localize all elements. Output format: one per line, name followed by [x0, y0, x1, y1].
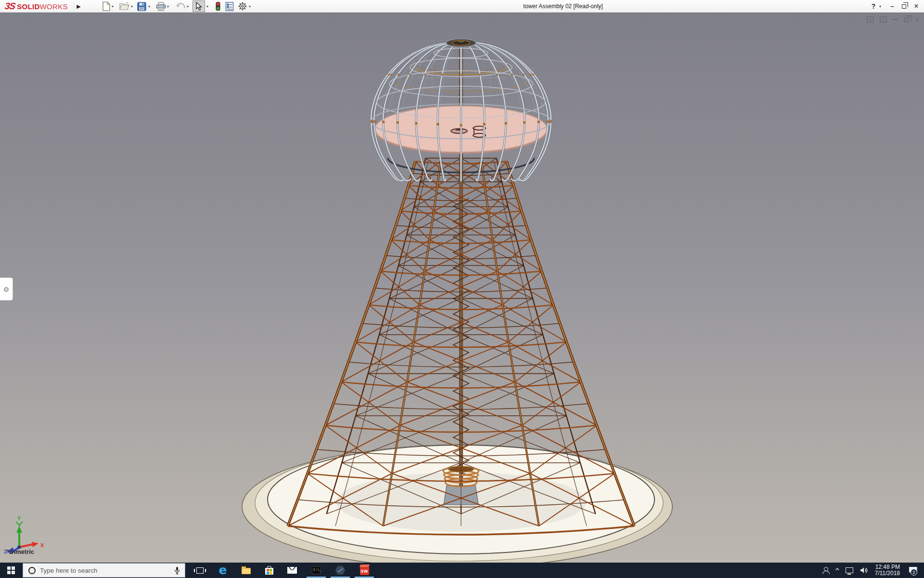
file-properties-button[interactable]	[223, 0, 236, 12]
help-button[interactable]: ?	[869, 0, 878, 13]
task-view-button[interactable]	[189, 563, 211, 578]
rebuild-traffic-light-icon	[215, 1, 221, 11]
help-dropdown[interactable]: ▾	[879, 4, 881, 9]
speaker-icon	[860, 567, 868, 574]
taskbar-hexagon-app-button[interactable]	[329, 563, 351, 578]
rebuild-button[interactable]	[212, 0, 224, 12]
command-prompt-icon: C:\_	[312, 566, 321, 574]
pane-left-icon[interactable]: ◂	[867, 16, 874, 23]
new-document-icon	[102, 1, 111, 11]
document-window-controls: ◂ ▸ ×	[867, 16, 919, 23]
menu-bar: 3SSOLIDWORKS ▶ ▾ ▾ ▾	[0, 0, 924, 13]
taskbar-edge-button[interactable]: e	[212, 563, 234, 578]
featuremanager-flyout-tab[interactable]	[0, 277, 13, 301]
select-dropdown[interactable]: ▾	[206, 4, 208, 9]
view-orientation-label: *Dimetric	[7, 548, 34, 555]
system-tray: ^ 12:48 PM 7/11/2018 2	[822, 563, 924, 578]
taskbar-command-prompt-button[interactable]: C:\_	[305, 563, 327, 578]
flyout-knob-icon	[4, 287, 9, 292]
people-icon	[822, 567, 829, 574]
solidworks-2017-icon: SW 2017	[360, 566, 369, 575]
document-title: tower Assembly 02 [Read-only]	[500, 0, 626, 13]
file-explorer-icon	[242, 568, 251, 574]
start-button[interactable]	[0, 563, 22, 578]
print-dropdown[interactable]: ▾	[167, 4, 169, 9]
undo-dropdown[interactable]: ▾	[187, 4, 189, 9]
taskbar-store-button[interactable]	[258, 563, 280, 578]
save-dropdown[interactable]: ▾	[148, 4, 150, 9]
windows-logo-icon	[7, 566, 15, 574]
doc-close-icon[interactable]: ×	[915, 16, 919, 23]
print-button[interactable]	[154, 0, 167, 12]
open-document-dropdown[interactable]: ▾	[131, 4, 133, 9]
menu-flyout-arrow[interactable]: ▶	[74, 1, 83, 12]
window-close-button[interactable]: ×	[911, 0, 922, 13]
save-button[interactable]	[135, 0, 148, 12]
triad-x-label: X	[40, 542, 44, 548]
windows-taskbar: Type here to search e C:\_ SW 2017	[0, 563, 924, 578]
microsoft-store-icon	[265, 568, 273, 575]
task-view-icon	[196, 567, 204, 574]
microphone-icon[interactable]	[174, 566, 180, 575]
file-properties-icon	[225, 2, 234, 11]
undo-icon	[176, 2, 186, 10]
search-placeholder: Type here to search	[40, 567, 174, 574]
open-document-button[interactable]	[118, 0, 131, 12]
open-document-icon	[119, 2, 130, 11]
window-minimize-button[interactable]: –	[886, 0, 898, 13]
select-button[interactable]	[192, 0, 205, 12]
volume-button[interactable]	[860, 567, 868, 574]
tower-assembly-model	[0, 13, 924, 563]
graphics-viewport[interactable]: ◂ ▸ × X Z Y *Dimetric	[0, 13, 924, 563]
cortana-icon	[28, 567, 36, 574]
pane-right-icon[interactable]: ▸	[880, 16, 887, 23]
doc-restore-icon[interactable]	[904, 17, 909, 22]
undo-button[interactable]	[175, 0, 187, 12]
window-restore-button[interactable]	[898, 0, 910, 13]
options-dropdown[interactable]: ▾	[249, 4, 251, 9]
tray-overflow-chevron[interactable]: ^	[835, 567, 839, 574]
taskbar-search-input[interactable]: Type here to search	[23, 563, 185, 578]
select-cursor-icon	[195, 2, 202, 11]
taskbar-mail-button[interactable]	[281, 563, 303, 578]
clock[interactable]: 12:48 PM 7/11/2018	[875, 564, 900, 577]
logo-works-text: WORKS	[40, 2, 68, 11]
orientation-triad: X Z Y	[3, 509, 46, 554]
new-document-button[interactable]	[100, 0, 113, 12]
people-button[interactable]	[822, 567, 829, 574]
print-icon	[156, 2, 166, 11]
taskbar-solidworks-button[interactable]: SW 2017	[353, 563, 375, 578]
network-button[interactable]	[846, 567, 853, 573]
options-button[interactable]	[236, 0, 249, 12]
action-center-button[interactable]: 2	[907, 564, 919, 577]
doc-minimize-icon[interactable]	[893, 19, 898, 20]
notification-badge: 2	[911, 569, 917, 576]
solidworks-logo[interactable]: 3SSOLIDWORKS	[5, 0, 68, 13]
network-icon	[846, 567, 853, 573]
save-icon	[137, 2, 146, 11]
hexagon-app-icon	[335, 566, 346, 575]
3ds-logo-icon: 3S	[4, 1, 15, 12]
edge-icon: e	[219, 565, 227, 576]
taskbar-file-explorer-button[interactable]	[235, 563, 257, 578]
logo-solid-text: SOLID	[17, 2, 39, 11]
tray-date: 7/11/2018	[875, 570, 900, 577]
options-gear-icon	[238, 1, 247, 11]
triad-y-label: Y	[17, 515, 21, 521]
mail-icon	[287, 567, 297, 574]
new-document-dropdown[interactable]: ▾	[112, 4, 114, 9]
